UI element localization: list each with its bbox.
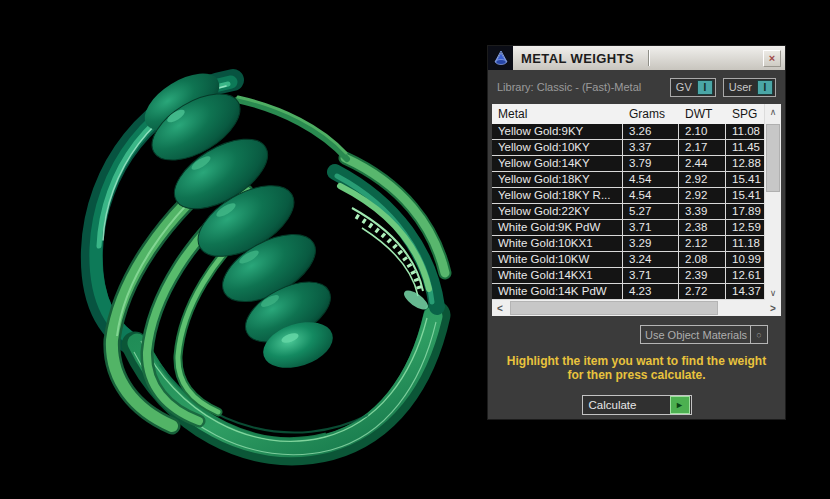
table-cell[interactable]: 2.44 xyxy=(679,156,726,171)
table-row[interactable]: Yellow Gold:18KY4.542.9215.41 xyxy=(492,172,764,188)
table-cell[interactable]: Yellow Gold:9KY xyxy=(492,124,623,139)
table-header-row: Metal Grams DWT SPG xyxy=(492,104,764,124)
play-icon: ► xyxy=(670,396,690,414)
titlebar-divider xyxy=(648,50,650,66)
calculate-button[interactable]: Calculate ► xyxy=(582,395,692,415)
table-cell[interactable]: 2.92 xyxy=(679,172,726,187)
calculate-button-label: Calculate xyxy=(583,399,670,411)
table-cell[interactable]: 12.59 xyxy=(726,220,764,235)
table-cell[interactable]: 14.37 xyxy=(726,284,764,299)
table-cell[interactable]: 2.17 xyxy=(679,140,726,155)
column-header-dwt: DWT xyxy=(679,107,726,121)
scroll-right-icon[interactable]: > xyxy=(765,300,781,316)
table-cell[interactable]: 3.71 xyxy=(623,268,679,283)
column-header-spg: SPG xyxy=(726,107,764,121)
gv-toggle-label: GV xyxy=(676,81,692,93)
table-cell[interactable]: 4.54 xyxy=(623,172,679,187)
horizontal-scrollbar[interactable]: < > xyxy=(492,300,781,316)
scroll-down-icon[interactable]: ∨ xyxy=(765,285,781,300)
instruction-text: Highlight the item you want to find the … xyxy=(488,354,785,382)
table-cell[interactable]: 2.72 xyxy=(679,284,726,299)
scroll-left-icon[interactable]: < xyxy=(492,300,508,316)
table-cell[interactable]: Yellow Gold:18KY xyxy=(492,172,623,187)
table-row[interactable]: White Gold:9K PdW3.712.3812.59 xyxy=(492,220,764,236)
vertical-scrollbar[interactable]: ∧ ∨ xyxy=(764,104,781,300)
metal-weights-table: Metal Grams DWT SPG Yellow Gold:9KY3.262… xyxy=(492,104,781,300)
table-cell[interactable]: White Gold:10KW xyxy=(492,252,623,267)
table-cell[interactable]: 3.29 xyxy=(623,236,679,251)
table-cell[interactable]: White Gold:14K PdW xyxy=(492,284,623,299)
table-row[interactable]: Yellow Gold:10KY3.372.1711.45 xyxy=(492,140,764,156)
materials-dropdown-value: Use Object Materials xyxy=(641,329,750,341)
table-cell[interactable]: 2.10 xyxy=(679,124,726,139)
table-cell[interactable]: White Gold:10KX1 xyxy=(492,236,623,251)
table-cell[interactable]: 2.39 xyxy=(679,268,726,283)
horizontal-scroll-track[interactable] xyxy=(508,300,765,316)
table-cell[interactable]: Yellow Gold:18KY R... xyxy=(492,188,623,203)
library-label: Library: Classic - (Fast)-Metal xyxy=(497,81,641,93)
materials-dropdown-row: Use Object Materials ○ xyxy=(488,325,785,344)
user-toggle-label: User xyxy=(729,81,752,93)
table-cell[interactable]: 2.08 xyxy=(679,252,726,267)
table-row[interactable]: White Gold:10KX13.292.1211.18 xyxy=(492,236,764,252)
materials-dropdown[interactable]: Use Object Materials ○ xyxy=(640,325,768,344)
column-header-metal: Metal xyxy=(492,107,623,121)
table-cell[interactable]: 3.26 xyxy=(623,124,679,139)
scroll-up-icon[interactable]: ∧ xyxy=(765,104,781,119)
vertical-scroll-thumb[interactable] xyxy=(766,124,780,192)
table-row[interactable]: White Gold:14K PdW4.232.7214.37 xyxy=(492,284,764,300)
dropdown-indicator-icon[interactable]: ○ xyxy=(750,326,767,343)
table-cell[interactable]: Yellow Gold:22KY xyxy=(492,204,623,219)
vertical-scroll-track[interactable] xyxy=(765,119,781,285)
table-cell[interactable]: 2.38 xyxy=(679,220,726,235)
table-cell[interactable]: 11.18 xyxy=(726,236,764,251)
horizontal-scroll-thumb[interactable] xyxy=(510,301,718,315)
table-cell[interactable]: 4.23 xyxy=(623,284,679,299)
table-row[interactable]: Yellow Gold:22KY5.273.3917.89 xyxy=(492,204,764,220)
table-cell[interactable]: White Gold:14KX1 xyxy=(492,268,623,283)
metal-weights-dialog: METAL WEIGHTS × Library: Classic - (Fast… xyxy=(487,45,786,420)
table-cell[interactable]: 2.12 xyxy=(679,236,726,251)
instruction-line-1: Highlight the item you want to find the … xyxy=(488,354,785,368)
table-cell[interactable]: 11.08 xyxy=(726,124,764,139)
column-header-grams: Grams xyxy=(623,107,679,121)
table-row[interactable]: White Gold:10KW3.242.0810.99 xyxy=(492,252,764,268)
user-indicator-icon[interactable]: I xyxy=(757,80,773,95)
table-cell[interactable]: 12.88 xyxy=(726,156,764,171)
library-toggles: GV I User I xyxy=(670,78,776,97)
table-row[interactable]: Yellow Gold:9KY3.262.1011.08 xyxy=(492,124,764,140)
table-cell[interactable]: 3.71 xyxy=(623,220,679,235)
dialog-title: METAL WEIGHTS xyxy=(521,51,634,66)
dialog-titlebar[interactable]: METAL WEIGHTS × xyxy=(488,46,785,70)
gem-cone-icon xyxy=(488,46,513,70)
table-cell[interactable]: 10.99 xyxy=(726,252,764,267)
table-cell[interactable]: 15.41 xyxy=(726,188,764,203)
table-cell[interactable]: Yellow Gold:10KY xyxy=(492,140,623,155)
table-cell[interactable]: 15.41 xyxy=(726,172,764,187)
app-canvas: METAL WEIGHTS × Library: Classic - (Fast… xyxy=(0,0,830,499)
close-button[interactable]: × xyxy=(763,50,781,67)
user-toggle-button[interactable]: User I xyxy=(723,78,776,97)
gv-indicator-icon[interactable]: I xyxy=(697,80,713,95)
table-row[interactable]: White Gold:14KX13.712.3912.61 xyxy=(492,268,764,284)
gv-toggle-button[interactable]: GV I xyxy=(670,78,716,97)
calculate-row: Calculate ► xyxy=(488,395,785,415)
library-row: Library: Classic - (Fast)-Metal GV I Use… xyxy=(488,70,785,104)
close-icon: × xyxy=(769,52,775,64)
table-row[interactable]: Yellow Gold:14KY3.792.4412.88 xyxy=(492,156,764,172)
table-row[interactable]: Yellow Gold:18KY R...4.542.9215.41 xyxy=(492,188,764,204)
table-cell[interactable]: Yellow Gold:14KY xyxy=(492,156,623,171)
metal-table-body: Yellow Gold:9KY3.262.1011.08Yellow Gold:… xyxy=(492,124,764,300)
table-cell[interactable]: 17.89 xyxy=(726,204,764,219)
table-cell[interactable]: 3.37 xyxy=(623,140,679,155)
instruction-line-2: for then press calculate. xyxy=(488,368,785,382)
table-cell[interactable]: 4.54 xyxy=(623,188,679,203)
table-cell[interactable]: 3.39 xyxy=(679,204,726,219)
table-cell[interactable]: 12.61 xyxy=(726,268,764,283)
table-cell[interactable]: 2.92 xyxy=(679,188,726,203)
table-cell[interactable]: 5.27 xyxy=(623,204,679,219)
table-cell[interactable]: 3.24 xyxy=(623,252,679,267)
table-cell[interactable]: White Gold:9K PdW xyxy=(492,220,623,235)
table-cell[interactable]: 3.79 xyxy=(623,156,679,171)
table-cell[interactable]: 11.45 xyxy=(726,140,764,155)
